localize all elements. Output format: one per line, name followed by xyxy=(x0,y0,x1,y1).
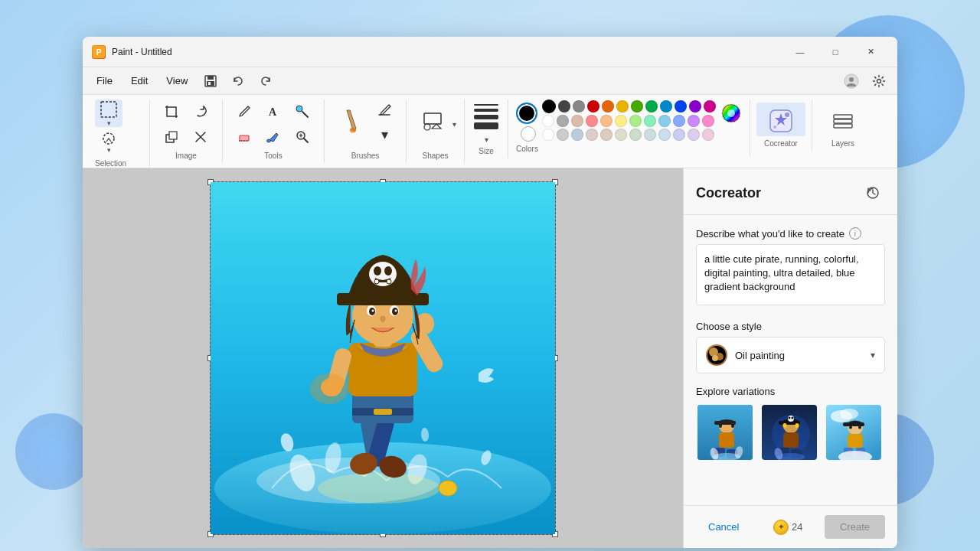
color-yellow[interactable] xyxy=(616,100,629,112)
size-options xyxy=(471,99,501,134)
secondary-color-swatch[interactable] xyxy=(521,126,536,142)
cocreator-button[interactable] xyxy=(756,103,805,136)
color-light-red[interactable] xyxy=(586,115,598,127)
ribbon-group-colors: Colors xyxy=(508,99,750,156)
panel-header: Cocreator xyxy=(684,168,897,215)
color-wheel-button[interactable] xyxy=(720,99,742,124)
color-light-purple[interactable] xyxy=(688,115,700,127)
color-light-yellow[interactable] xyxy=(615,115,627,127)
color-black[interactable] xyxy=(542,99,556,113)
color-pale-lavender[interactable] xyxy=(673,129,685,141)
color-peach[interactable] xyxy=(600,115,612,127)
svg-rect-13 xyxy=(169,132,177,139)
color-pale-teal[interactable] xyxy=(644,129,656,141)
style-dropdown[interactable]: Oil painting ▾ xyxy=(696,337,885,373)
color-green[interactable] xyxy=(631,100,643,112)
svg-point-66 xyxy=(310,373,348,404)
color-deep-blue[interactable] xyxy=(675,100,687,112)
color-purple[interactable] xyxy=(689,100,701,112)
fill-button[interactable] xyxy=(260,125,287,148)
rotate-button[interactable] xyxy=(187,99,214,123)
color-skin[interactable] xyxy=(571,115,583,127)
size-thick[interactable] xyxy=(474,115,498,119)
svg-rect-5 xyxy=(208,82,211,85)
color-pale-purple[interactable] xyxy=(688,129,700,141)
crop-button[interactable] xyxy=(158,99,185,123)
cancel-button[interactable]: Cancel xyxy=(696,515,751,539)
brush-color-button[interactable]: ▾ xyxy=(371,121,398,148)
color-mint[interactable] xyxy=(644,115,656,127)
shapes-dropdown[interactable]: ▾ xyxy=(452,120,456,129)
resize-button[interactable] xyxy=(158,125,185,148)
color-orange[interactable] xyxy=(602,100,614,112)
minimize-button[interactable]: — xyxy=(782,40,818,64)
menu-edit[interactable]: Edit xyxy=(123,72,155,90)
color-blue[interactable] xyxy=(660,100,672,112)
color-picker-button[interactable] xyxy=(289,99,316,123)
color-red[interactable] xyxy=(587,100,599,112)
ribbon-group-shapes: ▾ Shapes xyxy=(407,99,465,163)
settings-button[interactable] xyxy=(867,70,891,92)
size-thin[interactable] xyxy=(474,104,498,106)
prompt-textarea[interactable] xyxy=(696,244,885,305)
color-pink[interactable] xyxy=(704,100,716,112)
color-light-green[interactable] xyxy=(629,115,642,127)
canvas-area[interactable] xyxy=(83,168,683,548)
primary-color-swatch[interactable] xyxy=(516,103,537,124)
undo-button[interactable] xyxy=(226,70,250,92)
size-extra-thick[interactable] xyxy=(474,122,498,129)
cocreator-label: Cocreator xyxy=(764,139,798,151)
variations-section: Explore variations xyxy=(696,386,885,461)
color-rose[interactable] xyxy=(702,115,714,127)
layers-button[interactable] xyxy=(818,103,867,136)
panel-footer: Cancel ✦ 24 Create xyxy=(684,505,897,548)
color-blush[interactable] xyxy=(586,129,598,141)
maximize-button[interactable]: □ xyxy=(818,40,853,64)
color-pale-pink[interactable] xyxy=(702,129,714,141)
color-sand[interactable] xyxy=(600,129,612,141)
color-pale-blue[interactable] xyxy=(658,129,671,141)
color-gray[interactable] xyxy=(573,100,585,112)
svg-point-64 xyxy=(374,279,379,284)
color-lavender[interactable] xyxy=(673,115,685,127)
redo-button[interactable] xyxy=(253,70,278,92)
eraser-button[interactable] xyxy=(230,125,258,148)
text-button[interactable]: A xyxy=(260,99,287,123)
color-white-2[interactable] xyxy=(542,129,554,141)
brush-extra-button[interactable] xyxy=(371,99,398,119)
flip-button[interactable] xyxy=(187,125,214,148)
variation-2[interactable] xyxy=(760,403,818,461)
save-button[interactable] xyxy=(198,70,223,92)
color-cream[interactable] xyxy=(615,129,627,141)
describe-field: Describe what you'd like to create i // … xyxy=(696,227,885,308)
color-white[interactable] xyxy=(542,115,554,127)
color-light-gray[interactable] xyxy=(557,115,569,127)
zoom-button[interactable] xyxy=(289,125,316,148)
close-button[interactable]: ✕ xyxy=(853,40,888,64)
svg-point-104 xyxy=(840,409,858,419)
color-dark-gray[interactable] xyxy=(558,100,570,112)
menu-view[interactable]: View xyxy=(158,72,195,90)
svg-point-25 xyxy=(727,109,735,117)
color-silver[interactable] xyxy=(557,129,569,141)
create-button[interactable]: Create xyxy=(825,515,885,539)
history-button[interactable] xyxy=(861,181,885,205)
variation-3[interactable] xyxy=(825,403,883,461)
describe-info-icon[interactable]: i xyxy=(849,227,861,240)
selection-tool-button[interactable]: ▾ xyxy=(95,99,122,127)
color-teal[interactable] xyxy=(645,100,658,112)
brush-large-button[interactable] xyxy=(332,99,369,142)
color-sky[interactable] xyxy=(658,115,671,127)
style-thumbnail xyxy=(706,344,727,366)
pencil-button[interactable] xyxy=(230,99,258,123)
shapes-large-button[interactable] xyxy=(414,99,451,142)
size-dropdown[interactable]: ▾ xyxy=(485,135,488,144)
selection-extra-button[interactable]: ▾ xyxy=(95,129,122,156)
color-pale-green[interactable] xyxy=(629,129,642,141)
account-button[interactable] xyxy=(839,70,864,92)
color-steel[interactable] xyxy=(571,129,583,141)
menu-file[interactable]: File xyxy=(89,72,120,90)
variation-1[interactable] xyxy=(696,403,754,461)
menubar: File Edit View xyxy=(83,67,897,95)
size-medium[interactable] xyxy=(474,109,498,112)
